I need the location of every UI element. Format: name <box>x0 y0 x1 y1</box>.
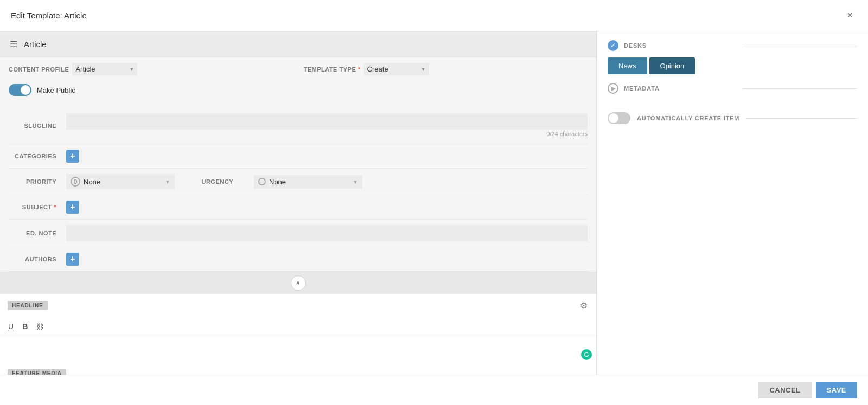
required-asterisk: * <box>358 66 361 73</box>
left-panel: ☰ CONTENT PROFILE Article <box>0 31 597 375</box>
auto-create-divider <box>746 118 857 119</box>
headline-section-header: HEADLINE ⚙ <box>0 294 596 317</box>
close-button[interactable]: × <box>843 8 857 23</box>
priority-urgency-wrapper: 0 None ▼ URGENCY None ▼ <box>66 174 588 189</box>
categories-row: CATEGORIES + <box>9 144 588 169</box>
editor-toolbar: U B ⛓ <box>0 317 596 336</box>
modal-footer: CANCEL SAVE <box>0 375 868 405</box>
template-type-select-wrapper: Create <box>364 63 429 75</box>
template-name-row: ☰ <box>0 31 596 57</box>
hamburger-button[interactable]: ☰ <box>8 37 22 52</box>
content-profile-select[interactable]: Article <box>72 63 137 75</box>
save-button[interactable]: SAVE <box>816 382 857 398</box>
metadata-label: METADATA <box>624 85 738 92</box>
form-top: ☰ CONTENT PROFILE Article <box>0 31 596 108</box>
make-public-label: Make Public <box>37 86 75 94</box>
urgency-circle <box>258 178 266 185</box>
feature-media-section: FEATURE MEDIA Drop items here or click t… <box>0 363 596 375</box>
headline-editor[interactable]: G <box>0 336 596 363</box>
collapse-area: ∧ <box>0 272 596 294</box>
collapse-button[interactable]: ∧ <box>291 275 306 291</box>
metadata-section-header: ▶ METADATA <box>608 83 857 94</box>
desk-button-news[interactable]: News <box>608 57 647 74</box>
make-public-row: Make Public <box>0 81 596 101</box>
grammarly-icon: G <box>581 349 592 360</box>
modal: Edit Template: Article × ☰ CONTENT PROFI… <box>0 0 868 405</box>
bold-button[interactable]: B <box>20 320 30 332</box>
slugline-row: SLUGLINE 0/24 characters <box>9 108 588 144</box>
desks-section-header: ✓ DESKS <box>608 40 857 51</box>
template-name-input[interactable] <box>22 38 589 50</box>
feature-media-header: FEATURE MEDIA <box>0 363 596 375</box>
underline-button[interactable]: U <box>5 320 16 332</box>
priority-urgency-row: PRIORITY 0 None ▼ URGENCY None ▼ <box>9 169 588 195</box>
link-icon: ⛓ <box>36 323 43 331</box>
hamburger-icon: ☰ <box>10 39 17 49</box>
bold-icon: B <box>22 322 28 331</box>
subject-required: * <box>54 204 56 210</box>
auto-create-section: AUTOMATICALLY CREATE ITEM <box>608 109 857 127</box>
ed-note-row: ED. NOTE <box>9 220 588 247</box>
content-profile-select-wrapper: Article <box>72 63 137 75</box>
underline-icon: U <box>8 322 14 331</box>
meta-row: CONTENT PROFILE Article TEMPLATE TYPE * <box>0 57 596 81</box>
priority-circle: 0 <box>71 177 80 187</box>
right-panel: ✓ DESKS News Opinion ▶ METADATA <box>597 31 868 375</box>
toggle-off-slider <box>608 112 630 124</box>
modal-header: Edit Template: Article × <box>0 0 868 31</box>
priority-value: None <box>84 178 100 186</box>
slugline-label: SLUGLINE <box>9 123 63 129</box>
headline-section: HEADLINE ⚙ U B ⛓ G <box>0 294 596 363</box>
authors-add-button[interactable]: + <box>66 253 79 266</box>
auto-create-row: AUTOMATICALLY CREATE ITEM <box>608 109 857 127</box>
content-profile-label: CONTENT PROFILE <box>9 66 69 73</box>
modal-body: ☰ CONTENT PROFILE Article <box>0 31 868 375</box>
authors-label: AUTHORS <box>9 256 63 262</box>
link-button[interactable]: ⛓ <box>34 320 46 332</box>
desks-divider <box>743 46 857 46</box>
auto-create-label: AUTOMATICALLY CREATE ITEM <box>637 115 739 121</box>
subject-label: SUBJECT * <box>9 204 63 210</box>
priority-select[interactable]: 0 None ▼ <box>66 174 175 189</box>
desks-section: ✓ DESKS News Opinion <box>608 40 857 74</box>
desk-buttons: News Opinion <box>608 57 857 74</box>
urgency-value: None <box>269 178 286 186</box>
template-type-row: TEMPLATE TYPE * Create <box>304 63 588 75</box>
subject-add-button[interactable]: + <box>66 201 79 214</box>
headline-label: HEADLINE <box>8 301 48 310</box>
priority-label: PRIORITY <box>9 178 63 185</box>
metadata-section: ▶ METADATA <box>608 83 857 100</box>
template-type-select[interactable]: Create <box>364 63 429 75</box>
content-profile-row: CONTENT PROFILE Article <box>9 63 293 75</box>
ed-note-label: ED. NOTE <box>9 230 63 236</box>
char-count: 0/24 characters <box>66 130 588 138</box>
urgency-select[interactable]: None ▼ <box>254 175 362 189</box>
form-fields: SLUGLINE 0/24 characters CATEGORIES + PR… <box>0 108 596 272</box>
urgency-dropdown-icon: ▼ <box>353 179 358 185</box>
headline-settings-button[interactable]: ⚙ <box>579 299 589 312</box>
priority-dropdown-icon: ▼ <box>165 179 170 185</box>
authors-row: AUTHORS + <box>9 247 588 272</box>
metadata-arrow-icon: ▶ <box>608 83 618 94</box>
desks-label: DESKS <box>624 42 738 49</box>
ed-note-input[interactable] <box>66 225 588 241</box>
categories-label: CATEGORIES <box>9 153 63 159</box>
cancel-button[interactable]: CANCEL <box>758 382 811 398</box>
slugline-input[interactable] <box>66 113 588 130</box>
template-type-label: TEMPLATE TYPE * <box>304 66 361 73</box>
categories-add-button[interactable]: + <box>66 150 79 163</box>
desks-check-icon: ✓ <box>608 40 618 51</box>
auto-create-toggle[interactable] <box>608 112 630 124</box>
subject-row: SUBJECT * + <box>9 195 588 220</box>
modal-title: Edit Template: Article <box>11 11 87 20</box>
metadata-divider <box>743 88 857 89</box>
feature-media-label: FEATURE MEDIA <box>8 369 66 375</box>
urgency-label: URGENCY <box>186 178 240 185</box>
make-public-toggle[interactable] <box>9 84 31 96</box>
desk-button-opinion[interactable]: Opinion <box>649 57 695 74</box>
